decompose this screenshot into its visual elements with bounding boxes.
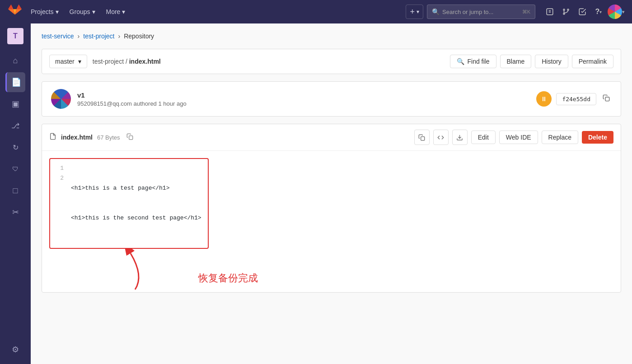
download-button[interactable]	[452, 130, 468, 145]
breadcrumb: test-service › test-project › Repository	[42, 33, 621, 40]
branch-name: master	[55, 58, 75, 65]
replace-button[interactable]: Replace	[542, 131, 578, 144]
todo-icon[interactable]	[543, 5, 557, 19]
sidebar-item-security[interactable]: 🛡	[5, 159, 25, 179]
code-block: 1 2 <h1>this is a test page</h1> <h1>thi…	[49, 158, 209, 249]
navbar-groups[interactable]: Groups ▾	[65, 5, 100, 18]
user-avatar[interactable]	[608, 5, 622, 19]
svg-point-3	[563, 9, 565, 10]
user-avatar-sidebar[interactable]: T	[7, 28, 23, 44]
chevron-down-icon: ▾	[417, 9, 419, 15]
avatar-chevron-icon: ▾	[622, 9, 625, 15]
search-input[interactable]	[442, 9, 520, 15]
svg-point-4	[567, 9, 569, 10]
help-icon[interactable]: ? ▾	[591, 5, 606, 19]
annotation-text: 恢复备份完成	[198, 271, 258, 285]
left-sidebar: T ⌂ 📄 ▣ ⎇ ↻ 🛡 □ ✂ ⚙	[0, 23, 31, 364]
pipeline-status-button[interactable]: ⏸	[536, 91, 552, 107]
breadcrumb-sep: ›	[118, 33, 121, 40]
commit-actions: ⏸ f24e55dd	[536, 91, 612, 107]
chevron-down-icon: ▾	[56, 8, 59, 15]
snippets-icon: ✂	[12, 207, 19, 217]
navbar-projects[interactable]: Projects ▾	[26, 5, 63, 18]
navbar-nav: Projects ▾ Groups ▾ More ▾	[26, 5, 130, 18]
annotation-arrow	[108, 249, 162, 294]
search-icon: 🔍	[457, 58, 464, 65]
commit-info: v1 952098151@qq.com authored 1 hour ago …	[42, 81, 621, 117]
breadcrumb-current: Repository	[124, 33, 154, 40]
code-line-2: <h1>this is the second test page</h1>	[71, 213, 201, 223]
merge-request-icon[interactable]	[559, 5, 573, 19]
raw-button[interactable]	[433, 130, 449, 145]
sidebar-item-packages[interactable]: □	[5, 181, 25, 201]
commit-meta: 952098151@qq.com authored 1 hour ago	[77, 100, 530, 107]
file-header-bar: master ▾ test-project / index.html 🔍 Fin…	[42, 49, 621, 74]
file-panel-actions: Edit Web IDE Replace Delete	[414, 130, 613, 145]
svg-rect-9	[421, 136, 425, 140]
history-button[interactable]: History	[535, 55, 568, 68]
file-path: test-project / index.html	[93, 58, 445, 65]
ci-icon: ↻	[13, 143, 19, 152]
file-type-icon	[49, 133, 56, 142]
file-panel: index.html 67 Bytes	[42, 124, 621, 293]
delete-button[interactable]: Delete	[582, 131, 613, 144]
settings-icon: ⚙	[12, 345, 19, 355]
search-icon: 🔍	[432, 8, 440, 15]
line-content: <h1>this is a test page</h1> <h1>this is…	[71, 163, 201, 243]
copy-raw-button[interactable]	[414, 130, 430, 145]
navbar-more[interactable]: More ▾	[102, 5, 130, 18]
security-icon: 🛡	[12, 165, 19, 173]
svg-rect-7	[605, 97, 609, 101]
new-item-button[interactable]: + ▾	[406, 5, 423, 19]
code-view: 1 2 <h1>this is a test page</h1> <h1>thi…	[42, 151, 621, 292]
breadcrumb-service[interactable]: test-service	[42, 33, 74, 40]
commit-details: v1 952098151@qq.com authored 1 hour ago	[77, 91, 530, 107]
gitlab-logo[interactable]	[7, 3, 23, 20]
merge-icon: ⎇	[11, 121, 19, 130]
code-line-1: <h1>this is a test page</h1>	[71, 183, 201, 193]
repository-icon: 📄	[11, 77, 21, 87]
copy-hash-button[interactable]	[601, 93, 612, 105]
edit-button[interactable]: Edit	[471, 131, 496, 144]
search-bar: 🔍 ⌘K	[427, 5, 535, 19]
copy-file-path-button[interactable]	[125, 131, 135, 144]
chevron-down-icon: ▾	[122, 8, 125, 15]
search-kbd: ⌘K	[522, 9, 530, 15]
sidebar-item-merge-requests[interactable]: ⎇	[5, 116, 25, 135]
branch-selector[interactable]: master ▾	[49, 55, 87, 68]
sidebar-item-repository[interactable]: 📄	[5, 72, 25, 92]
packages-icon: □	[13, 186, 18, 196]
navbar-icon-group: ? ▾ ▾	[543, 5, 625, 19]
commit-author-avatar	[51, 89, 71, 109]
breadcrumb-project[interactable]: test-project	[83, 33, 114, 40]
top-navbar: Projects ▾ Groups ▾ More ▾ + ▾ 🔍 ⌘K	[0, 0, 632, 23]
blame-button[interactable]: Blame	[500, 55, 532, 68]
file-name: index.html	[61, 134, 93, 141]
board-icon: ▣	[12, 99, 19, 109]
issues-icon[interactable]	[575, 5, 590, 19]
chevron-down-icon: ▾	[78, 58, 81, 65]
sidebar-item-home[interactable]: ⌂	[5, 51, 25, 70]
find-file-button[interactable]: 🔍 Find file	[450, 55, 496, 68]
chevron-down-icon: ▾	[92, 8, 95, 15]
home-icon: ⌂	[13, 56, 18, 65]
sidebar-item-settings[interactable]: ⚙	[5, 340, 25, 359]
commit-hash: f24e55dd	[556, 93, 596, 105]
chevron-down-icon: ▾	[599, 9, 602, 14]
svg-rect-8	[129, 135, 132, 139]
sidebar-item-snippets[interactable]: ✂	[5, 202, 25, 222]
file-header-actions: 🔍 Find file Blame History Permalink	[450, 55, 613, 68]
main-content: test-service › test-project › Repository…	[31, 23, 632, 364]
sidebar-item-ci[interactable]: ↻	[5, 137, 25, 157]
web-ide-button[interactable]: Web IDE	[499, 131, 538, 144]
file-panel-header: index.html 67 Bytes	[42, 124, 621, 151]
sidebar-item-board[interactable]: ▣	[5, 94, 25, 114]
line-number: 2	[56, 173, 64, 183]
file-size: 67 Bytes	[97, 134, 120, 141]
pause-icon: ⏸	[541, 95, 547, 103]
plus-icon: +	[410, 7, 415, 17]
permalink-button[interactable]: Permalink	[572, 55, 613, 68]
code-lines: 1 2 <h1>this is a test page</h1> <h1>thi…	[56, 163, 201, 243]
breadcrumb-sep: ›	[78, 33, 80, 40]
line-numbers: 1 2	[56, 163, 64, 243]
